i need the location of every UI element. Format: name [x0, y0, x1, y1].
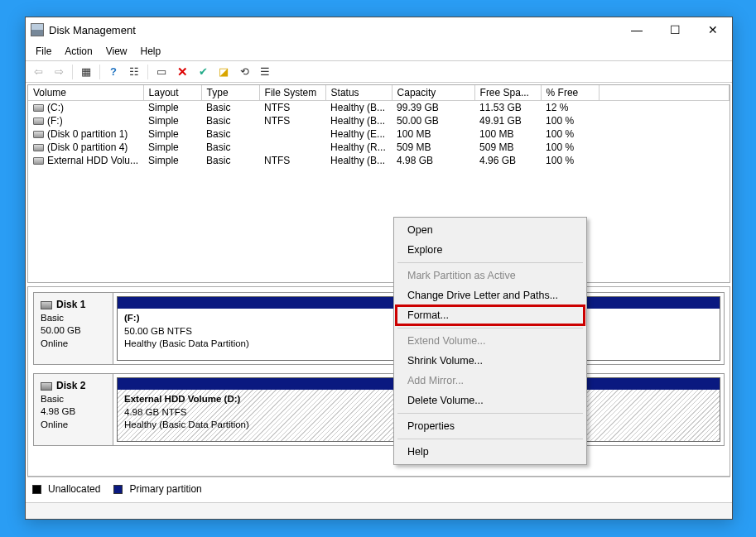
action-icon[interactable]: ◪	[214, 63, 233, 81]
check-icon[interactable]: ✔	[194, 63, 212, 81]
disk-row: Disk 2Basic4.98 GBOnlineExternal HDD Vol…	[33, 373, 725, 446]
separator	[99, 65, 100, 79]
content-area: Volume Layout Type File System Status Ca…	[26, 83, 732, 502]
list-icon[interactable]: ☰	[256, 63, 274, 81]
col-type[interactable]: Type	[201, 85, 259, 101]
disk-icon	[41, 382, 52, 391]
refresh-icon[interactable]: ⟲	[235, 63, 253, 81]
disks-pane[interactable]: Disk 1Basic50.00 GBOnline(F:)50.00 GB NT…	[27, 286, 730, 477]
separator	[72, 65, 73, 79]
disk-icon	[41, 301, 52, 309]
titlebar[interactable]: Disk Management — ☐ ✕	[26, 17, 732, 42]
statusbar	[26, 502, 732, 519]
disk-info[interactable]: Disk 2Basic4.98 GBOnline	[34, 374, 113, 445]
drive-icon	[33, 117, 44, 125]
col-capacity[interactable]: Capacity	[392, 85, 474, 101]
ctx-open[interactable]: Open	[396, 220, 585, 240]
disk-info[interactable]: Disk 1Basic50.00 GBOnline	[34, 293, 113, 364]
menu-view[interactable]: View	[99, 44, 134, 59]
volumes-pane: Volume Layout Type File System Status Ca…	[27, 84, 730, 283]
view-icon[interactable]: ▦	[77, 63, 95, 81]
legend-primary: Primary partition	[129, 483, 201, 495]
forward-icon: ⇨	[50, 63, 68, 81]
volumes-table: Volume Layout Type File System Status Ca…	[28, 85, 730, 167]
ctx-extend: Extend Volume...	[396, 331, 585, 351]
ctx-help[interactable]: Help	[396, 442, 585, 462]
delete-icon[interactable]: ✕	[173, 63, 191, 81]
context-menu: Open Explore Mark Partition as Active Ch…	[393, 217, 587, 465]
close-button[interactable]: ✕	[694, 17, 732, 42]
minimize-button[interactable]: —	[618, 17, 656, 42]
rescan-icon[interactable]: ▭	[152, 63, 171, 81]
legend-unallocated: Unallocated	[48, 483, 100, 495]
toolbar: ⇦ ⇨ ▦ ? ☷ ▭ ✕ ✔ ◪ ⟲ ☰	[26, 61, 732, 83]
menubar: File Action View Help	[26, 42, 732, 61]
menu-help[interactable]: Help	[134, 44, 168, 59]
table-row[interactable]: External HDD Volu...SimpleBasicNTFSHealt…	[28, 154, 730, 167]
window-title: Disk Management	[49, 24, 618, 36]
col-filesystem[interactable]: File System	[259, 85, 325, 101]
col-pctfree[interactable]: % Free	[541, 85, 599, 101]
disk-row: Disk 1Basic50.00 GBOnline(F:)50.00 GB NT…	[33, 292, 725, 365]
col-free[interactable]: Free Spa...	[474, 85, 541, 101]
ctx-delete[interactable]: Delete Volume...	[396, 391, 585, 410]
table-row[interactable]: (Disk 0 partition 4)SimpleBasicHealthy (…	[28, 141, 730, 154]
ctx-format[interactable]: Format...	[396, 305, 585, 325]
separator	[397, 328, 583, 328]
separator	[147, 65, 148, 79]
legend: Unallocated Primary partition	[27, 477, 730, 501]
table-row[interactable]: (F:)SimpleBasicNTFSHealthy (B...50.00 GB…	[28, 114, 730, 127]
app-icon	[31, 23, 44, 36]
menu-action[interactable]: Action	[58, 44, 99, 59]
table-row[interactable]: (Disk 0 partition 1)SimpleBasicHealthy (…	[28, 127, 730, 141]
ctx-add-mirror: Add Mirror...	[396, 371, 585, 391]
help-icon[interactable]: ?	[104, 63, 123, 81]
ctx-explore[interactable]: Explore	[396, 240, 585, 260]
col-spacer	[599, 85, 729, 101]
menu-file[interactable]: File	[29, 44, 58, 59]
maximize-button[interactable]: ☐	[656, 17, 694, 42]
ctx-properties[interactable]: Properties	[396, 416, 585, 436]
col-status[interactable]: Status	[325, 85, 392, 101]
separator	[397, 262, 583, 263]
col-volume[interactable]: Volume	[28, 85, 143, 101]
disk-management-window: Disk Management — ☐ ✕ File Action View H…	[25, 17, 733, 520]
legend-swatch-primary	[113, 485, 123, 494]
drive-icon	[33, 144, 44, 151]
separator	[397, 439, 583, 439]
ctx-mark-active: Mark Partition as Active	[396, 266, 585, 285]
back-icon: ⇦	[29, 63, 47, 81]
table-row[interactable]: (C:)SimpleBasicNTFSHealthy (B...99.39 GB…	[28, 101, 730, 115]
ctx-change-letter[interactable]: Change Drive Letter and Paths...	[396, 285, 585, 305]
ctx-shrink[interactable]: Shrink Volume...	[396, 351, 585, 371]
legend-swatch-unallocated	[32, 485, 41, 494]
col-layout[interactable]: Layout	[143, 85, 201, 101]
settings-icon[interactable]: ☷	[125, 63, 143, 81]
drive-icon	[33, 131, 44, 138]
drive-icon	[33, 104, 44, 112]
table-header-row: Volume Layout Type File System Status Ca…	[28, 85, 730, 101]
drive-icon	[33, 157, 44, 165]
separator	[397, 413, 583, 414]
